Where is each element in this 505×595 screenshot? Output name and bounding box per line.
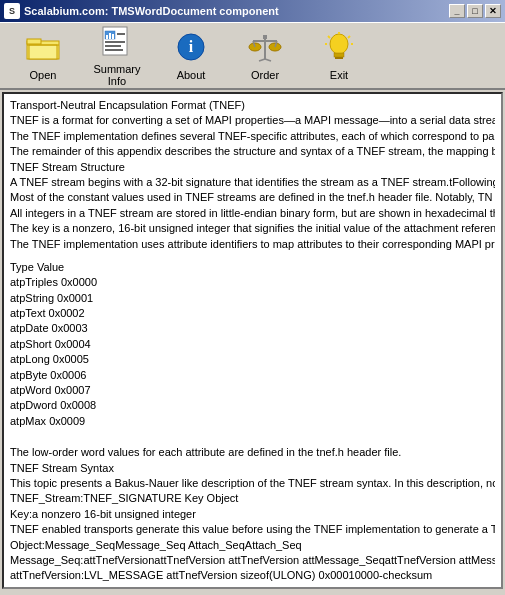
text-line: atpMax 0x0009 xyxy=(10,414,495,429)
svg-line-23 xyxy=(265,59,271,61)
text-line: atpText 0x0002 xyxy=(10,306,495,321)
text-line: Object:Message_SeqMessage_Seq Attach_Seq… xyxy=(10,538,495,553)
text-line: Message_Seq:attTnefVersionattTnefVersion… xyxy=(10,553,495,568)
text-line: The TNEF implementation uses attribute i… xyxy=(10,237,495,252)
text-line: This topic presents a Bakus-Nauer like d… xyxy=(10,476,495,491)
text-line: Most of the constant values used in TNEF… xyxy=(10,190,495,205)
text-line: atpByte 0x0006 xyxy=(10,368,495,383)
open-button[interactable]: Open xyxy=(8,27,78,85)
svg-rect-25 xyxy=(334,53,344,57)
text-line: attTnefVersion:LVL_MESSAGE attTnefVersio… xyxy=(10,568,495,583)
folder-open-icon xyxy=(25,31,61,65)
svg-line-28 xyxy=(328,36,330,38)
text-line: atpTriples 0x0000 xyxy=(10,275,495,290)
text-line: Transport-Neutral Encapsulation Format (… xyxy=(10,98,495,113)
svg-point-24 xyxy=(330,34,348,54)
text-line: The key is a nonzero, 16-bit unsigned in… xyxy=(10,221,495,236)
title-bar-buttons: _ □ ✕ xyxy=(449,4,501,18)
open-label: Open xyxy=(30,69,57,81)
text-line: TNEF Stream Structure xyxy=(10,160,495,175)
svg-rect-2 xyxy=(29,45,57,59)
content-area: Transport-Neutral Encapsulation Format (… xyxy=(2,92,503,589)
svg-rect-9 xyxy=(105,49,123,51)
svg-rect-7 xyxy=(105,41,125,43)
text-line xyxy=(10,252,495,260)
summary-icon xyxy=(99,25,135,59)
text-line: The low-order word values for each attri… xyxy=(10,445,495,460)
order-button[interactable]: Order xyxy=(230,27,300,85)
svg-line-22 xyxy=(259,59,265,61)
title-bar-text-group: S Scalabium.com: TMSWordDocument compone… xyxy=(4,3,279,19)
text-line: TNEF Stream Syntax xyxy=(10,461,495,476)
minimize-button[interactable]: _ xyxy=(449,4,465,18)
summary-info-label: Summary Info xyxy=(87,63,147,87)
text-line: atpString 0x0001 xyxy=(10,291,495,306)
about-button[interactable]: i About xyxy=(156,27,226,85)
summary-info-button[interactable]: Summary Info xyxy=(82,27,152,85)
text-line: Key:a nonzero 16-bit unsigned integer xyxy=(10,507,495,522)
svg-rect-21 xyxy=(263,35,267,39)
toolbar: Open Summary Info i xyxy=(0,22,505,90)
exit-button[interactable]: Exit xyxy=(304,27,374,85)
text-line: Type Value xyxy=(10,260,495,275)
about-icon: i xyxy=(173,31,209,65)
text-line xyxy=(10,437,495,445)
text-line: TNEF is a format for converting a set of… xyxy=(10,113,495,128)
about-label: About xyxy=(177,69,206,81)
text-line: All integers in a TNEF stream are stored… xyxy=(10,206,495,221)
svg-rect-1 xyxy=(27,39,41,44)
text-line: atpWord 0x0007 xyxy=(10,383,495,398)
text-line: TNEF_Stream:TNEF_SIGNATURE Key Object xyxy=(10,491,495,506)
app-icon: S xyxy=(4,3,20,19)
text-line: atpDword 0x0008 xyxy=(10,398,495,413)
close-button[interactable]: ✕ xyxy=(485,4,501,18)
svg-rect-8 xyxy=(105,45,121,47)
svg-rect-26 xyxy=(335,57,343,59)
svg-rect-12 xyxy=(112,34,114,39)
maximize-button[interactable]: □ xyxy=(467,4,483,18)
order-label: Order xyxy=(251,69,279,81)
title-bar: S Scalabium.com: TMSWordDocument compone… xyxy=(0,0,505,22)
window-title: Scalabium.com: TMSWordDocument component xyxy=(24,5,279,17)
order-icon xyxy=(247,31,283,65)
text-line: atpDate 0x0003 xyxy=(10,321,495,336)
text-line: atpShort 0x0004 xyxy=(10,337,495,352)
svg-line-29 xyxy=(348,36,350,38)
svg-rect-11 xyxy=(109,33,111,39)
text-line: atpLong 0x0005 xyxy=(10,352,495,367)
svg-rect-10 xyxy=(106,35,108,39)
text-line: A TNEF stream begins with a 32-bit signa… xyxy=(10,175,495,190)
text-content[interactable]: Transport-Neutral Encapsulation Format (… xyxy=(4,94,501,587)
text-line: attMessageClass:LVL_MESSAGE attMessageCl… xyxy=(10,584,495,587)
text-line: The remainder of this appendix describes… xyxy=(10,144,495,159)
text-line: TNEF enabled transports generate this va… xyxy=(10,522,495,537)
svg-rect-6 xyxy=(117,33,125,35)
svg-text:i: i xyxy=(189,38,194,55)
text-line xyxy=(10,429,495,437)
text-line: The TNEF implementation defines several … xyxy=(10,129,495,144)
exit-icon xyxy=(321,31,357,65)
exit-label: Exit xyxy=(330,69,348,81)
